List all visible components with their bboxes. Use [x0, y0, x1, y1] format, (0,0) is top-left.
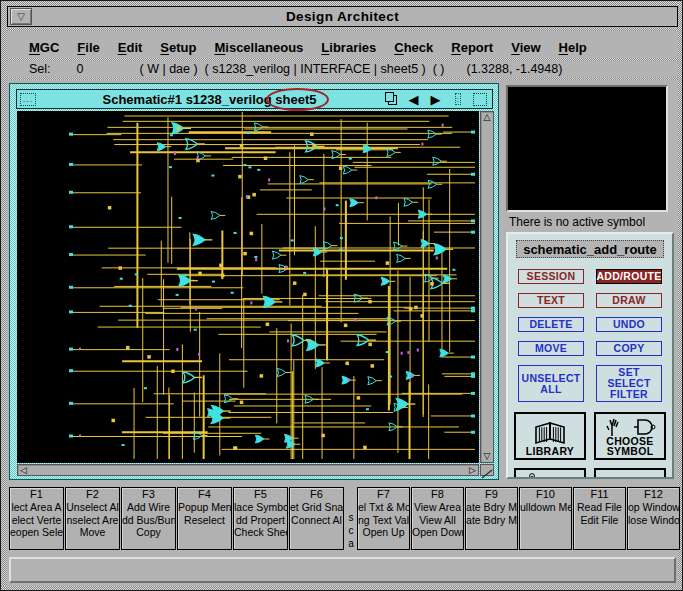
choose-symbol-hand-gate-icon [604, 416, 656, 436]
design-architect-window: ▽ Design Architect MGCFileEditSetupMisce… [0, 0, 683, 591]
menu-mgc[interactable]: MGC [29, 40, 59, 55]
schematic-title: Schematic#1 s1238_verilog sheet5 [36, 92, 383, 107]
fkey-f12[interactable]: F12op Windowlose Windo [627, 487, 680, 550]
fkey-name: F8 [412, 488, 463, 501]
menu-mnemonic: V [511, 40, 519, 55]
function-key-strip: F1lect Area Aelect Verteeopen SeleF2Unse… [9, 487, 681, 550]
palette-button-add-route[interactable]: ADD/ROUTE [596, 269, 662, 284]
fkey-binding-label: Open Down [412, 526, 463, 539]
scroll-right-icon[interactable]: ▷ [467, 465, 478, 476]
palette-button-set-select-filter[interactable]: SET SELECT FILTER [596, 365, 662, 402]
status-bar: Sel: 0 ( W | dae ) ( s1238_verilog | INT… [7, 61, 678, 77]
session-tiny-icon[interactable]: : [449, 92, 466, 107]
fkey-binding-label: Add Wire [122, 501, 175, 514]
modifier-letter: a [345, 537, 357, 550]
menu-mnemonic: R [451, 40, 460, 55]
palette-panel: schematic_add_route SESSIONADD/ROUTETEXT… [506, 232, 674, 479]
fkey-binding-label: Check Shee [234, 526, 287, 539]
menu-mnemonic: F [77, 40, 85, 55]
fkey-f10[interactable]: F10ulldown Me [519, 487, 572, 550]
fkey-f6[interactable]: F6et Grid SnaConnect Al [289, 487, 344, 550]
menu-libraries[interactable]: Libraries [321, 40, 376, 55]
palette-button-add-bus-route-icon[interactable] [594, 468, 666, 479]
fkey-name: F11 [574, 488, 625, 501]
frame-left [1, 1, 7, 591]
palette-button-move[interactable]: MOVE [518, 341, 584, 356]
fkey-f9[interactable]: F9ate Bdry Mate Bdry M [465, 487, 518, 550]
separator [7, 77, 678, 80]
library-book-icon [530, 420, 570, 446]
context-path: ( W | dae ) ( s1238_verilog | INTERFACE … [140, 62, 445, 76]
palette-button-unselect-all[interactable]: UNSELECT ALL [518, 365, 584, 402]
fkey-f3[interactable]: F3Add Wiredd Bus/BundCopy [121, 487, 176, 550]
schematic-title-sheet-annotated: sheet5 [275, 92, 316, 107]
fkey-name: F2 [66, 488, 119, 501]
fkey-binding-label: et Grid Sna [290, 501, 343, 514]
window-menu-button[interactable]: ▽ [10, 8, 32, 25]
frame-bottom [1, 586, 683, 591]
fkey-f11[interactable]: F11Read FileEdit File [573, 487, 626, 550]
resize-corner[interactable] [480, 464, 494, 476]
palette-button-text[interactable]: TEXT [518, 293, 584, 308]
menu-mnemonic: S [160, 40, 169, 55]
palette-button-delete[interactable]: DELETE [518, 317, 584, 332]
fkey-f7[interactable]: F7el Txt & Mong Text ValOpen Up [357, 487, 410, 550]
schematic-window: ... Schematic#1 s1238_verilog sheet5 ◀▶:… [9, 83, 499, 480]
menu-file[interactable]: File [77, 40, 99, 55]
fkey-f2[interactable]: F2Unselect Alnselect AreMove [65, 487, 120, 550]
fkey-binding-label: Reselect [178, 514, 231, 527]
schematic-titlebar[interactable]: ... Schematic#1 s1238_verilog sheet5 ◀▶: [16, 89, 493, 109]
fkey-binding-label: ate Bdry M [466, 501, 517, 514]
palette-button-draw[interactable]: DRAW [596, 293, 662, 308]
fkey-modifier-column: sca [345, 487, 357, 550]
menu-check[interactable]: Check [394, 40, 433, 55]
prev-sheet-arrow-icon[interactable]: ◀ [405, 92, 422, 107]
next-sheet-arrow-icon[interactable]: ▶ [427, 92, 444, 107]
menu-setup[interactable]: Setup [160, 40, 196, 55]
maximize-icon[interactable] [471, 92, 488, 107]
palette-button-choose-symbol[interactable]: CHOOSE SYMBOL [594, 412, 666, 460]
horizontal-scrollbar[interactable]: ◁ ▷ [17, 464, 479, 476]
palette-button-copy[interactable]: COPY [596, 341, 662, 356]
window-titlebar[interactable]: ▽ Design Architect [7, 6, 678, 27]
fkey-name: F4 [178, 488, 231, 501]
palette-button-add[interactable]: ADD [514, 468, 586, 479]
fkey-binding-label: Read File [574, 501, 625, 514]
fkey-binding-label: Connect Al [290, 514, 343, 527]
palette-button-session[interactable]: SESSION [518, 269, 584, 284]
schematic-canvas[interactable] [17, 111, 479, 463]
menu-help[interactable]: Help [559, 40, 587, 55]
schematic-window-menu-icon[interactable]: ... [20, 93, 36, 106]
fkey-binding-label: Edit File [574, 514, 625, 527]
scroll-up-icon[interactable]: △ [482, 112, 493, 123]
window-title: Design Architect [32, 9, 653, 24]
menu-miscellaneous[interactable]: Miscellaneous [214, 40, 303, 55]
fkey-f5[interactable]: F5lace Symbodd PropertCheck Shee [233, 487, 288, 550]
fkey-binding-label: Move [66, 526, 119, 539]
scroll-down-icon[interactable]: ▽ [482, 451, 493, 462]
palette-button-undo[interactable]: UNDO [596, 317, 662, 332]
palette-title: schematic_add_route [516, 240, 664, 258]
fkey-f4[interactable]: F4Popup MenReselect [177, 487, 232, 550]
menu-view[interactable]: View [511, 40, 540, 55]
palette-icon-button-label: CHOOSE SYMBOL [596, 436, 664, 456]
scroll-left-icon[interactable]: ◁ [18, 465, 29, 476]
palette-icon-button-label: LIBRARY [526, 446, 574, 456]
raise-pages-icon[interactable] [383, 92, 400, 107]
fkey-binding-label: ulldown Me [520, 501, 571, 514]
fkey-binding-label: Popup Men [178, 501, 231, 514]
menu-edit[interactable]: Edit [118, 40, 143, 55]
selection-label: Sel: [29, 62, 51, 76]
menu-report[interactable]: Report [451, 40, 493, 55]
fkey-binding-label: Open Up [358, 526, 409, 539]
fkey-name: F12 [628, 488, 679, 501]
fkey-name: F6 [290, 488, 343, 501]
schematic-drawing [17, 111, 479, 463]
fkey-f1[interactable]: F1lect Area Aelect Verteeopen Sele [9, 487, 64, 550]
fkey-f8[interactable]: F8View AreaView AllOpen Down [411, 487, 464, 550]
vertical-scrollbar[interactable]: △ ▽ [480, 111, 494, 463]
fkey-binding-label: View Area [412, 501, 463, 514]
schematic-title-prefix: Schematic#1 s1238_verilog [103, 92, 276, 107]
palette-button-library[interactable]: LIBRARY [514, 412, 586, 460]
fkey-binding-label: lose Windo [628, 514, 679, 527]
